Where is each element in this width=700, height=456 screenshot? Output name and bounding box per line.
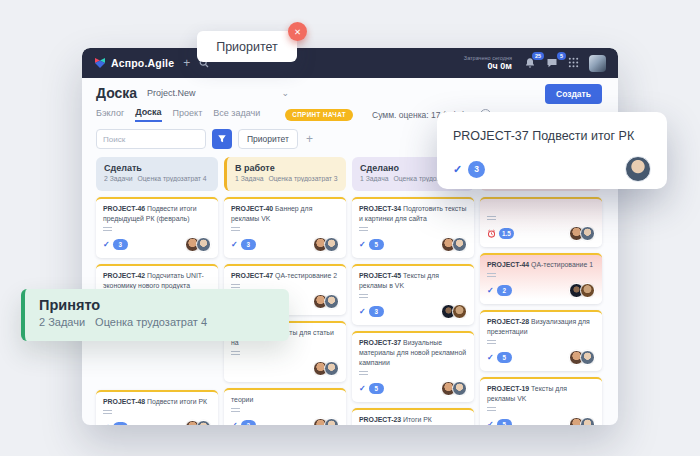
estimate-badge: 5 [497,419,512,425]
check-icon: ✓ [231,240,238,249]
close-button[interactable]: ✕ [288,22,307,41]
avatar [580,417,595,425]
tab-board[interactable]: Доска [135,107,161,122]
estimate-badge: 3 [241,239,256,250]
page-title: Доска [96,85,137,101]
column-done: Сделано 1 ЗадачаОценка трудозатрат PROJE… [352,157,474,425]
task-card[interactable]: 1.5 [480,197,602,247]
column-meta: 1 ЗадачаОценка трудозатрат 3 [235,175,338,182]
description-icon [103,227,112,231]
estimate-badge: 5 [369,383,384,394]
priority-filter-chip[interactable]: Приоритет [238,129,298,149]
task-card[interactable]: PROJECT-37 Визуальные материалы для ново… [352,331,474,402]
task-id: PROJECT-34 [359,205,401,212]
board-select[interactable]: Project.New ⌄ [147,88,289,98]
chat-icon [546,57,558,69]
assignee-avatars [445,304,467,319]
user-avatar[interactable] [589,55,606,72]
task-id: PROJECT-44 [487,261,529,268]
messages-badge: 5 [557,52,566,60]
task-card[interactable]: теории ✓3 [224,388,346,425]
assignee-avatars [317,418,339,425]
assignee-avatars [573,226,595,241]
task-card[interactable]: PROJECT-40 Баннер для рекламы VK ✓3 [224,197,346,258]
avatar [452,381,467,396]
assignee-avatars [317,237,339,252]
filter-button[interactable] [212,129,232,149]
avatar [324,294,339,309]
task-card[interactable]: PROJECT-34 Подготовить тексты и картинки… [352,197,474,258]
top-navigation-bar: Аспро.Agile + Затрачено сегодня 0ч 0м 25… [82,48,618,78]
task-card-overdue[interactable]: PROJECT-44 QA-тестирование 1 ✓2 [480,253,602,304]
tab-backlog[interactable]: Бэклог [96,108,124,121]
notifications-badge: 25 [532,52,544,60]
priority-tooltip: Приоритет ✕ [197,31,297,62]
task-title: теории [231,396,253,403]
tab-project[interactable]: Проект [173,108,203,121]
check-icon: ✓ [487,353,494,362]
dragged-task-card[interactable]: PROJECT-37 Подвести итог РК ✓ 3 [437,112,667,189]
tab-all-tasks[interactable]: Все задачи [213,108,260,121]
estimate-badge: 2 [497,285,512,296]
screen: Аспро.Agile + Затрачено сегодня 0ч 0м 25… [0,0,700,456]
check-icon: ✓ [231,421,238,425]
description-icon [487,273,496,277]
chevron-down-icon: ⌄ [282,88,290,98]
column-accepted: 1.5 PROJECT-44 QA-тестирование 1 ✓2 PROJ… [480,157,602,425]
task-id: PROJECT-47 [231,272,273,279]
app-window: Аспро.Agile + Затрачено сегодня 0ч 0м 25… [82,48,618,425]
task-card[interactable]: PROJECT-19 Тексты для рекламы VK ✓5 [480,377,602,425]
description-icon [231,227,240,231]
apps-grid-button[interactable] [568,54,579,72]
description-icon [487,407,496,411]
assignee-avatars [189,420,211,425]
task-id: PROJECT-19 [487,385,529,392]
estimate-badge: 1.5 [499,228,514,239]
column-header[interactable]: В работе 1 ЗадачаОценка трудозатрат 3 [224,157,346,191]
task-title: Итоги РК [403,416,432,423]
avatar [196,420,211,425]
add-icon[interactable]: + [183,57,190,69]
description-icon [359,294,368,298]
check-icon: ✓ [359,307,366,316]
time-tracker-value: 0ч 0м [464,61,512,71]
funnel-icon [217,134,227,144]
task-card[interactable]: PROJECT-48 Подвести итоги РК ✓2 [96,390,218,425]
task-card[interactable]: PROJECT-46 Подвести итоги предыдущей РК … [96,197,218,258]
time-tracker[interactable]: Затрачено сегодня 0ч 0м [464,55,512,71]
column-name: В работе [235,163,338,173]
accepted-estimate: Оценка трудозатрат 4 [95,316,207,328]
description-icon [231,408,240,412]
assignee-avatars [445,381,467,396]
task-card[interactable]: PROJECT-28 Визуализация для презентации … [480,310,602,371]
task-id: PROJECT-37 [359,339,401,346]
messages-button[interactable]: 5 [546,57,558,69]
accepted-title: Принято [39,297,289,313]
description-icon [231,351,240,355]
task-card[interactable]: PROJECT-23 Итоги РК ✓5 [352,408,474,425]
search-input[interactable] [96,129,206,149]
column-header[interactable]: Сделать 2 ЗадачиОценка трудозатрат 4 [96,157,218,191]
task-title: QA-тестирование 2 [275,272,337,279]
priority-tooltip-label: Приоритет [216,40,278,54]
create-button[interactable]: Создать [545,84,602,104]
check-icon: ✓ [359,384,366,393]
description-icon [487,340,496,344]
avatar [580,226,595,241]
estimate-badge: 3 [113,239,128,250]
estimate-badge: 3 [369,306,384,317]
app-name: Аспро.Agile [111,57,174,69]
task-id: PROJECT-42 [103,272,145,279]
description-icon [231,284,240,288]
task-id: PROJECT-45 [359,272,401,279]
topbar-right: Затрачено сегодня 0ч 0м 25 5 [464,54,606,72]
avatar [625,156,651,182]
add-filter-icon[interactable]: + [306,132,313,146]
check-icon: ✓ [487,286,494,295]
notifications-button[interactable]: 25 [524,57,536,69]
task-card[interactable]: PROJECT-45 Тексты для рекламы в VK ✓3 [352,264,474,325]
check-icon: ✓ [359,240,366,249]
description-icon [103,410,112,414]
accepted-status-card[interactable]: Принято 2 ЗадачиОценка трудозатрат 4 [21,289,289,341]
avatar [324,361,339,376]
